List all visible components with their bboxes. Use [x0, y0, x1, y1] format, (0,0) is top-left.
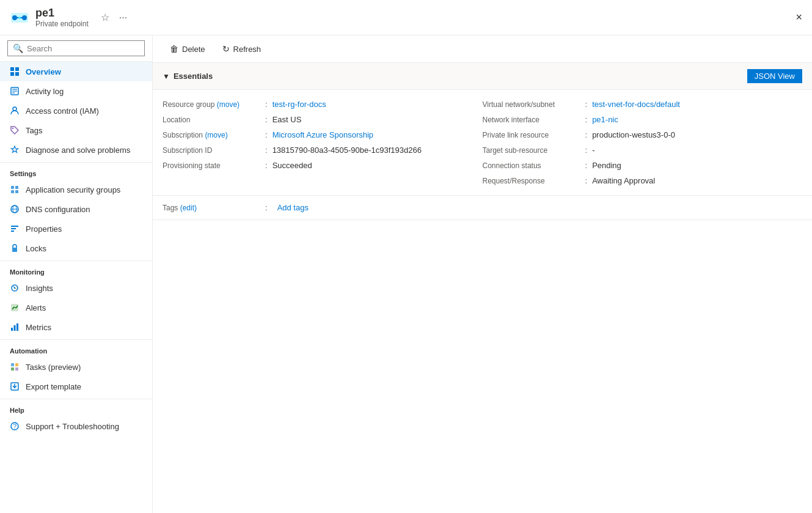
plr-value: production-westus3-0-0	[592, 130, 675, 139]
refresh-icon: ↻	[222, 44, 230, 54]
essentials-row-tsr: Target sub-resource : -	[483, 146, 803, 155]
sidebar-item-alerts[interactable]: Alerts	[0, 298, 152, 317]
header-title-group: pe1 Private endpoint	[35, 7, 89, 28]
sidebar: 🔍 Overview Activity log	[0, 35, 153, 513]
tags-label: Tags (edit)	[163, 204, 260, 212]
sidebar-item-tags[interactable]: Tags	[0, 120, 152, 140]
svg-text:?: ?	[13, 423, 17, 430]
sidebar-item-locks[interactable]: Locks	[0, 238, 152, 258]
conn-status-value: Pending	[592, 161, 621, 170]
vnet-value[interactable]: test-vnet-for-docs/default	[592, 100, 680, 109]
svg-point-1	[12, 15, 17, 20]
subscription-id-value: 13815790-80a3-4505-90be-1c93f193d266	[272, 146, 422, 155]
subscription-value[interactable]: Microsoft Azure Sponsorship	[272, 130, 373, 139]
rg-value[interactable]: test-rg-for-docs	[272, 100, 326, 109]
favorite-button[interactable]: ☆	[98, 9, 112, 26]
close-button[interactable]: ×	[796, 11, 802, 24]
help-section-header: Help	[0, 399, 152, 416]
sidebar-item-dns-config[interactable]: DNS configuration	[0, 199, 152, 219]
sidebar-item-label-tasks: Tasks (preview)	[26, 363, 81, 372]
tags-edit-link[interactable]: (edit)	[180, 204, 197, 212]
content-area: 🗑 Delete ↻ Refresh ▼ Essentials JSON Vie…	[153, 35, 812, 513]
essentials-row-subscription: Subscription (move) : Microsoft Azure Sp…	[163, 130, 483, 139]
provisioning-label: Provisioning state	[163, 161, 260, 170]
svg-point-4	[18, 17, 21, 19]
req-resp-value: Awaiting Approval	[592, 176, 655, 185]
delete-button[interactable]: 🗑 Delete	[163, 40, 213, 57]
essentials-right-col: Virtual network/subnet : test-vnet-for-d…	[483, 100, 803, 185]
locks-icon	[10, 243, 20, 253]
search-input-wrap[interactable]: 🔍	[7, 40, 145, 56]
add-tags-link[interactable]: Add tags	[277, 203, 309, 212]
sidebar-item-label-asg: Application security groups	[26, 185, 120, 194]
sidebar-item-support[interactable]: ? Support + Troubleshooting	[0, 416, 152, 436]
svg-point-27	[14, 287, 15, 289]
sidebar-item-label-export: Export template	[26, 382, 81, 391]
tasks-icon	[10, 362, 20, 372]
essentials-grid: Resource group (move) : test-rg-for-docs…	[153, 90, 812, 196]
sidebar-item-diagnose[interactable]: Diagnose and solve problems	[0, 140, 152, 160]
essentials-row-nic: Network interface : pe1-nic	[483, 115, 803, 124]
tags-row: Tags (edit) : Add tags	[153, 196, 812, 220]
sidebar-item-label-activity-log: Activity log	[26, 87, 64, 96]
nic-label: Network interface	[483, 116, 580, 124]
location-value: East US	[272, 115, 302, 124]
more-options-button[interactable]: ···	[117, 10, 130, 26]
metrics-icon	[10, 322, 20, 332]
resource-icon	[10, 8, 29, 28]
sub-move-link[interactable]: (move)	[205, 131, 227, 139]
chevron-icon[interactable]: ▼	[163, 72, 170, 81]
search-input[interactable]	[27, 44, 139, 53]
alerts-icon	[10, 303, 20, 312]
automation-section-header: Automation	[0, 339, 152, 357]
nic-value[interactable]: pe1-nic	[592, 115, 618, 124]
sidebar-item-label-properties: Properties	[26, 224, 62, 234]
sidebar-item-access-control[interactable]: Access control (IAM)	[0, 101, 152, 120]
req-resp-label: Request/Response	[483, 177, 580, 185]
svg-rect-18	[15, 190, 18, 193]
svg-rect-8	[15, 72, 19, 76]
refresh-button[interactable]: ↻ Refresh	[215, 40, 269, 57]
svg-rect-16	[15, 186, 18, 189]
essentials-title: ▼ Essentials	[163, 72, 213, 81]
svg-rect-33	[14, 325, 16, 331]
svg-rect-35	[11, 363, 14, 366]
svg-rect-5	[10, 67, 14, 71]
sidebar-item-properties[interactable]: Properties	[0, 219, 152, 238]
tsr-label: Target sub-resource	[483, 146, 580, 155]
essentials-left-col: Resource group (move) : test-rg-for-docs…	[163, 100, 483, 185]
essentials-row-vnet: Virtual network/subnet : test-vnet-for-d…	[483, 100, 803, 109]
top-header: pe1 Private endpoint ☆ ··· ×	[0, 0, 812, 35]
svg-rect-37	[11, 367, 14, 371]
refresh-label: Refresh	[233, 45, 262, 54]
svg-rect-17	[11, 190, 14, 193]
dns-icon	[10, 204, 20, 214]
sidebar-item-overview[interactable]: Overview	[0, 62, 152, 81]
sidebar-item-metrics[interactable]: Metrics	[0, 317, 152, 337]
sidebar-item-label-locks: Locks	[26, 244, 46, 253]
svg-rect-38	[15, 367, 18, 371]
resource-subtitle: Private endpoint	[35, 20, 89, 28]
essentials-row-req-resp: Request/Response : Awaiting Approval	[483, 176, 803, 185]
sidebar-item-app-security-groups[interactable]: Application security groups	[0, 180, 152, 199]
subscription-label: Subscription (move)	[163, 131, 260, 139]
settings-section-header: Settings	[0, 162, 152, 180]
tsr-value: -	[592, 146, 594, 155]
sidebar-item-activity-log[interactable]: Activity log	[0, 81, 152, 101]
subscription-id-label: Subscription ID	[163, 146, 260, 155]
sidebar-item-label-support: Support + Troubleshooting	[26, 422, 119, 431]
sidebar-item-tasks[interactable]: Tasks (preview)	[0, 357, 152, 377]
plr-label: Private link resource	[483, 131, 580, 139]
svg-rect-15	[11, 186, 14, 189]
rg-move-link[interactable]: (move)	[217, 100, 240, 109]
conn-status-label: Connection status	[483, 161, 580, 170]
json-view-button[interactable]: JSON View	[747, 69, 802, 83]
sidebar-item-insights[interactable]: Insights	[0, 278, 152, 298]
rg-label: Resource group (move)	[163, 100, 260, 109]
sidebar-item-export-template[interactable]: Export template	[0, 377, 152, 396]
asg-icon	[10, 185, 20, 194]
support-icon: ?	[10, 421, 20, 431]
resource-title: pe1	[35, 7, 89, 20]
main-layout: 🔍 Overview Activity log	[0, 35, 812, 513]
iam-icon	[10, 106, 20, 116]
